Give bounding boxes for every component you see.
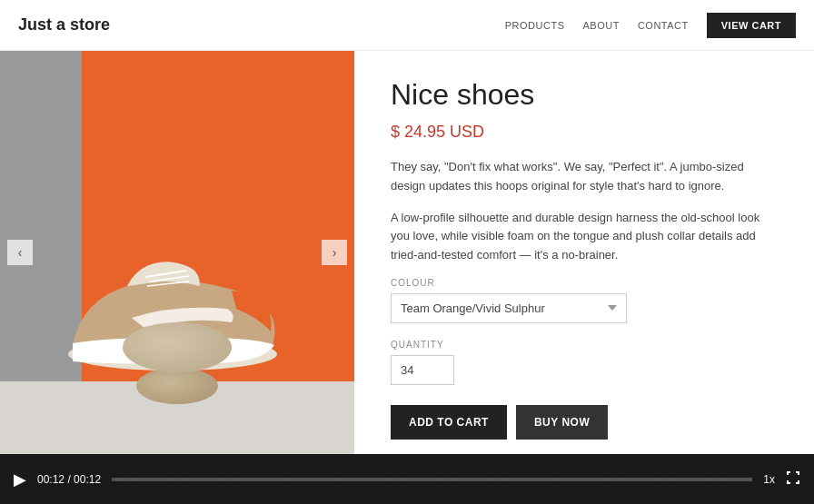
button-group: ADD TO CART BUY NOW (391, 405, 778, 440)
add-to-cart-button[interactable]: ADD TO CART (391, 405, 507, 440)
progress-bar[interactable] (112, 478, 752, 481)
product-image-bg (0, 51, 354, 454)
quantity-input[interactable] (391, 355, 454, 385)
total-time: 00:12 (74, 473, 101, 486)
image-next-button[interactable]: › (322, 240, 347, 265)
nav-products[interactable]: PRODUCTS (505, 20, 565, 31)
product-description-2: A low-profile silhouette and durable des… (391, 209, 778, 265)
colour-select[interactable]: Team Orange/Vivid Sulphur (391, 293, 627, 323)
view-cart-button[interactable]: VIEW CART (707, 13, 796, 38)
time-display: 00:12 / 00:12 (37, 473, 101, 486)
quantity-label: QUANTITY (391, 340, 778, 350)
stone-large (123, 322, 232, 372)
nav-about[interactable]: ABOUT (583, 20, 620, 31)
product-image-section: ‹ › (0, 51, 354, 454)
product-area: ‹ › Nice shoes $ 24.95 USD They say, "Do… (0, 51, 814, 454)
stone-medium (136, 368, 218, 404)
current-time: 00:12 (37, 473, 65, 486)
video-controls: ▶ 00:12 / 00:12 1x (0, 454, 814, 504)
play-button[interactable]: ▶ (14, 469, 26, 489)
quantity-section: QUANTITY (391, 340, 778, 405)
buy-now-button[interactable]: BUY NOW (516, 405, 608, 440)
stone-group (123, 322, 232, 404)
product-title: Nice shoes (391, 78, 778, 112)
colour-label: COLOUR (391, 278, 778, 288)
product-details: Nice shoes $ 24.95 USD They say, "Don't … (354, 51, 814, 454)
product-price: $ 24.95 USD (391, 123, 778, 142)
speed-label: 1x (763, 473, 775, 486)
nav-contact[interactable]: ContACT (638, 20, 689, 31)
image-prev-button[interactable]: ‹ (7, 240, 33, 265)
colour-section: COLOUR Team Orange/Vivid Sulphur (391, 278, 778, 340)
svg-rect-4 (112, 478, 752, 481)
header: Just a store PRODUCTS ABOUT ContACT VIEW… (0, 0, 814, 51)
fullscreen-button[interactable] (786, 470, 800, 489)
logo: Just a store (18, 15, 110, 35)
nav: PRODUCTS ABOUT ContACT VIEW CART (505, 13, 796, 38)
product-description-1: They say, "Don't fix what works". We say… (391, 158, 778, 196)
